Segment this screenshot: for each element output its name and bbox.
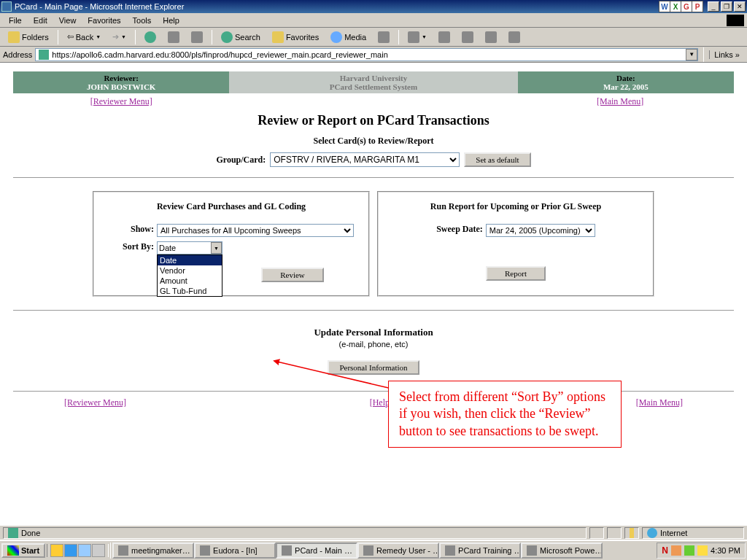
menu-view[interactable]: View [53, 15, 82, 26]
tray-icon-3[interactable] [697, 545, 708, 556]
app-icon [445, 545, 455, 556]
internet-zone-icon [647, 528, 657, 538]
main-menu-link-bottom[interactable]: [Main Menu] [636, 397, 683, 408]
search-button[interactable]: Search [216, 29, 266, 45]
group-card-select[interactable]: OFSTRV / RIVERA, MARGARITA M1 [270, 152, 460, 167]
security-zone-pane: Internet [642, 527, 744, 539]
report-button[interactable]: Report [486, 266, 546, 281]
discuss-button[interactable] [480, 29, 502, 45]
quick-launch [47, 544, 109, 557]
app-icon-3[interactable]: G [681, 1, 692, 12]
forward-button[interactable]: ➔▼ [107, 30, 131, 44]
divider [13, 177, 734, 178]
sweep-date-select[interactable]: Mar 24, 2005 (Upcoming) [486, 224, 595, 237]
status-pane-3 [607, 527, 622, 539]
taskbar-item[interactable]: PCard Training … [439, 542, 521, 559]
taskbar-item-label: Microsoft Powe… [540, 546, 603, 555]
taskbar-item[interactable]: Eudora - [In] [194, 542, 276, 559]
show-label: Show: [103, 224, 154, 235]
taskbar-item[interactable]: PCard - Main … [276, 542, 357, 559]
set-default-button[interactable]: Set as default [464, 152, 530, 167]
reviewer-name: JOHN BOSTWICK [13, 82, 229, 91]
stop-button[interactable] [139, 29, 161, 45]
office-shortcut-icons[interactable]: W X G P [659, 1, 703, 12]
back-button[interactable]: ⇦Back▼ [62, 30, 106, 44]
sort-by-select[interactable]: Date ▼ [157, 241, 222, 254]
sweep-date-label: Sweep Date: [436, 224, 483, 235]
app-icon [282, 545, 292, 556]
ql-icon-2[interactable] [64, 544, 77, 557]
update-title: Update Personal Information [13, 327, 734, 338]
sort-option-amount[interactable]: Amount [158, 276, 222, 286]
tray-icon-2[interactable] [684, 545, 694, 556]
address-dropdown-icon[interactable]: ▼ [686, 49, 697, 61]
taskbar-item-label: Remedy User - … [376, 546, 439, 555]
refresh-button[interactable] [163, 29, 185, 45]
menu-favorites[interactable]: Favorites [82, 15, 126, 26]
misc-button[interactable] [503, 29, 525, 45]
address-bar: Address https://apollo6.cadm.harvard.edu… [0, 47, 747, 63]
sort-option-date[interactable]: Date [158, 255, 222, 265]
app-icon [118, 545, 128, 556]
taskbar-item-label: PCard Training … [458, 546, 521, 555]
app-icon [200, 545, 210, 556]
word-icon[interactable]: W [659, 1, 670, 12]
menu-tools[interactable]: Tools [127, 15, 158, 26]
start-button[interactable]: Start [1, 543, 45, 558]
lock-icon [630, 528, 634, 538]
edit-button[interactable] [457, 29, 479, 45]
powerpoint-icon[interactable]: P [692, 1, 703, 12]
status-bar: Done Internet [0, 525, 747, 540]
review-button[interactable]: Review [261, 268, 324, 282]
status-pane-2 [589, 527, 604, 539]
taskbar-item[interactable]: Microsoft Powe… [521, 542, 603, 559]
address-label: Address [3, 50, 32, 59]
taskbar-item-label: Eudora - [In] [213, 546, 258, 555]
history-button[interactable] [373, 29, 395, 45]
zone-text: Internet [660, 529, 687, 537]
excel-icon[interactable]: X [670, 1, 681, 12]
tray-text[interactable]: N [662, 545, 668, 556]
reviewer-menu-link-bottom[interactable]: [Reviewer Menu] [64, 397, 126, 408]
home-button[interactable] [186, 29, 208, 45]
clock: 4:30 PM [711, 546, 740, 555]
folders-button[interactable]: Folders [3, 29, 54, 45]
reviewer-menu-link[interactable]: [Reviewer Menu] [90, 96, 152, 106]
menu-edit[interactable]: Edit [28, 15, 53, 26]
media-button[interactable]: Media [325, 29, 371, 45]
show-select[interactable]: All Purchases for All Upcoming Sweeps [157, 224, 354, 237]
address-input[interactable]: https://apollo6.cadm.harvard.edu:8000/pl… [35, 48, 698, 61]
main-menu-link[interactable]: [Main Menu] [597, 96, 643, 106]
restore-button[interactable]: ❐ [721, 1, 732, 12]
ql-icon-4[interactable] [92, 544, 105, 557]
taskbar-item[interactable]: meetingmaker… [112, 542, 194, 559]
minimize-button[interactable]: _ [708, 1, 719, 12]
menu-file[interactable]: File [3, 15, 28, 26]
select-cards-label: Select Card(s) to Review/Report [13, 136, 734, 147]
date-value: Mar 22, 2005 [518, 82, 734, 91]
status-text: Done [21, 529, 40, 537]
annotation-arrow [271, 358, 395, 394]
ql-icon-3[interactable] [78, 544, 91, 557]
divider [13, 310, 734, 311]
tray-icon-1[interactable] [671, 545, 681, 556]
review-panel: Review Card Purchases and GL Coding Show… [93, 191, 370, 297]
sort-by-label: Sort By: [103, 241, 154, 252]
ql-icon-1[interactable] [50, 544, 63, 557]
menu-help[interactable]: Help [157, 15, 185, 26]
sort-by-dropdown-list[interactable]: Date Vendor Amount GL Tub-Fund [157, 254, 222, 297]
system-name: PCard Settlement System [229, 82, 517, 91]
taskbar-item[interactable]: Remedy User - … [357, 542, 439, 559]
favorites-button[interactable]: Favorites [267, 29, 324, 45]
mail-button[interactable]: ▼ [403, 29, 432, 45]
close-button[interactable]: ✕ [734, 1, 746, 12]
sort-option-gl[interactable]: GL Tub-Fund [158, 286, 222, 296]
links-toolbar[interactable]: Links » [709, 50, 744, 59]
status-text-pane: Done [3, 527, 587, 539]
review-panel-title: Review Card Purchases and GL Coding [103, 201, 360, 212]
report-panel-title: Run Report for Upcoming or Prior GL Swee… [387, 201, 644, 212]
chevron-down-icon[interactable]: ▼ [211, 242, 222, 254]
sort-option-vendor[interactable]: Vendor [158, 265, 222, 276]
print-button[interactable] [433, 29, 455, 45]
date-label: Date: [518, 74, 734, 82]
